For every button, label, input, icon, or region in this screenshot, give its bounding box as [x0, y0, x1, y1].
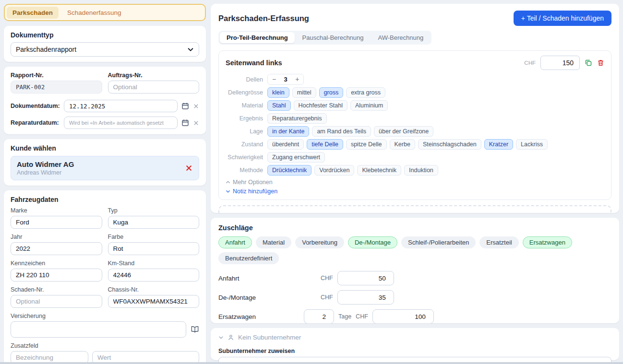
dokumentdatum-label: Dokumentdatum: [11, 103, 60, 109]
subunternehmer-card: Kein Subunternehmer Subunternehmer zuwei… [211, 328, 619, 360]
currency-label: CHF [321, 275, 333, 282]
duplicate-part-icon[interactable] [585, 59, 592, 67]
tab-aw-berechnung[interactable]: AW-Berechnung [371, 32, 431, 43]
chassis-nr-input[interactable] [108, 295, 200, 308]
option-chip[interactable]: Aluminium [350, 100, 388, 111]
pill-ersatzteil[interactable]: Ersatzteil [479, 236, 518, 248]
row-label-dellengroesse: Dellengrösse [226, 89, 263, 96]
option-chip[interactable]: spitze Delle [346, 139, 387, 150]
row-label-material: Material [226, 102, 263, 109]
pill-benutzerdefiniert[interactable]: Benutzerdefiniert [218, 252, 279, 264]
ersatzwagen-amount-input[interactable] [372, 309, 434, 323]
currency-label: CHF [356, 313, 368, 320]
pill-ersatzwagen[interactable]: Ersatzwagen [523, 236, 572, 248]
schaden-nr-label: Schaden-Nr. [11, 286, 102, 293]
option-chip[interactable]: Reparaturergebnis [267, 113, 327, 124]
clear-date-icon[interactable] [193, 120, 199, 126]
option-chip[interactable]: in der Kante [267, 126, 309, 137]
anfahrt-row-label: Anfahrt [218, 275, 321, 282]
mode-tab-parkschaden[interactable]: Parkschaden [7, 7, 59, 19]
row-label-ergebnis: Ergebnis [226, 115, 263, 122]
versicherung-input[interactable] [11, 321, 186, 338]
farbe-label: Farbe [108, 234, 200, 240]
anfahrt-amount-input[interactable] [337, 271, 394, 285]
kennzeichen-input[interactable] [11, 269, 102, 282]
add-part-button[interactable]: + Teil / Schaden hinzufügen [514, 11, 611, 26]
versicherung-label: Versicherung [11, 313, 199, 319]
option-chip[interactable]: gross [319, 87, 344, 98]
rapport-nr-input[interactable] [11, 81, 102, 94]
option-chip[interactable]: klein [267, 87, 289, 98]
notiz-hinzufuegen-toggle[interactable]: Notiz hinzufügen [226, 188, 604, 195]
delete-part-icon[interactable] [597, 59, 604, 67]
pill-schleif-polierarbeiten[interactable]: Schleif-/Polierarbeiten [401, 236, 476, 248]
auftrags-nr-input[interactable] [108, 81, 200, 94]
mode-tab-schadenerfassung[interactable]: Schadenerfassung [61, 7, 127, 19]
schaden-nr-input[interactable] [11, 295, 102, 308]
clear-date-icon[interactable] [193, 103, 199, 109]
reparaturdatum-label: Reparaturdatum: [11, 119, 60, 126]
calendar-icon[interactable] [181, 102, 189, 110]
option-chip[interactable]: Vordrücken [314, 165, 354, 176]
tab-pro-teil-berechnung[interactable]: Pro-Teil-Berechnung [220, 32, 295, 43]
kennzeichen-label: Kennzeichen [11, 260, 102, 267]
option-chip[interactable]: über der Greifzone [374, 126, 433, 137]
chevron-down-icon [226, 189, 230, 194]
row-label-zustand: Zustand [226, 141, 263, 148]
option-chip[interactable]: Zugang erschwert [267, 152, 325, 163]
pill-material[interactable]: Material [256, 236, 291, 248]
remove-customer-icon[interactable] [185, 164, 193, 172]
option-chip[interactable]: am Rand des Teils [312, 126, 371, 137]
main-content: Parkschaden-Erfassung + Teil / Schaden h… [211, 4, 619, 360]
option-chip[interactable]: Induktion [404, 165, 438, 176]
option-chip[interactable]: Lackriss [516, 139, 548, 150]
subunternehmer-header[interactable]: Kein Subunternehmer [218, 334, 611, 341]
mehr-optionen-toggle[interactable]: Mehr Optionen [226, 179, 604, 186]
reparaturdatum-input[interactable] [64, 117, 178, 129]
tab-pauschal-berechnung[interactable]: Pauschal-Berechnung [296, 32, 371, 43]
option-chip[interactable]: Drücktechnik [267, 165, 312, 176]
ersatzwagen-days-input[interactable] [304, 309, 334, 323]
jahr-input[interactable] [11, 242, 102, 255]
typ-input[interactable] [108, 216, 200, 229]
option-chip[interactable]: Hochfester Stahl [294, 100, 347, 111]
stepper-plus-button[interactable]: + [291, 74, 303, 84]
option-chip[interactable]: Kratzer [484, 139, 513, 150]
km-stand-input[interactable] [108, 269, 200, 282]
fahrzeugdaten-title: Fahrzeugdaten [11, 196, 199, 203]
pill-anfahrt[interactable]: Anfahrt [218, 236, 252, 248]
option-chip[interactable]: extra gross [346, 87, 385, 98]
dokumentdatum-input[interactable] [64, 100, 178, 112]
km-stand-label: Km-Stand [108, 260, 200, 267]
pill-vorbereitung[interactable]: Vorbereitung [295, 236, 344, 248]
option-chip[interactable]: Steinschlagschaden [418, 139, 481, 150]
calendar-icon[interactable] [181, 119, 189, 127]
marke-input[interactable] [11, 216, 102, 229]
part-price-input[interactable] [540, 56, 580, 70]
farbe-input[interactable] [108, 242, 200, 255]
chevron-down-icon [187, 46, 194, 53]
de-montage-amount-input[interactable] [337, 290, 394, 305]
option-chip[interactable]: tiefe Delle [307, 139, 343, 150]
mode-tab-bar: Parkschaden Schadenerfassung [4, 4, 206, 21]
auftrags-nr-label: Auftrags-Nr. [108, 72, 200, 79]
book-icon[interactable] [191, 325, 199, 334]
option-chip[interactable]: Stahl [267, 100, 291, 111]
option-chip[interactable]: mittel [292, 87, 316, 98]
dokumenttyp-select[interactable]: Parkschadenrapport [11, 42, 199, 57]
row-label-schwierigkeit: Schwierigkeit [226, 154, 263, 161]
option-chip[interactable]: Kerbe [390, 139, 415, 150]
stepper-minus-button[interactable]: − [268, 74, 280, 84]
chassis-nr-label: Chassis-Nr. [108, 286, 200, 293]
customer-contact: Andreas Widmer [17, 169, 74, 176]
selected-customer[interactable]: Auto Widmer AG Andreas Widmer [11, 156, 199, 180]
pill-de-montage[interactable]: De-/Montage [348, 236, 397, 248]
horizontal-scrollbar[interactable] [0, 362, 623, 364]
kunde-card: Kunde wählen Auto Widmer AG Andreas Widm… [4, 139, 206, 186]
zusatzfeld-label: Zusatzfeld [11, 342, 199, 349]
option-chip[interactable]: Klebetechnik [357, 165, 401, 176]
customer-name: Auto Widmer AG [17, 160, 74, 168]
fahrzeugdaten-card: Fahrzeugdaten Marke Typ Jahr Farbe Kennz… [4, 190, 206, 364]
add-part-dashed-button[interactable]: + Teil / Schaden hinzufügen [218, 205, 611, 213]
option-chip[interactable]: überdehnt [267, 139, 304, 150]
